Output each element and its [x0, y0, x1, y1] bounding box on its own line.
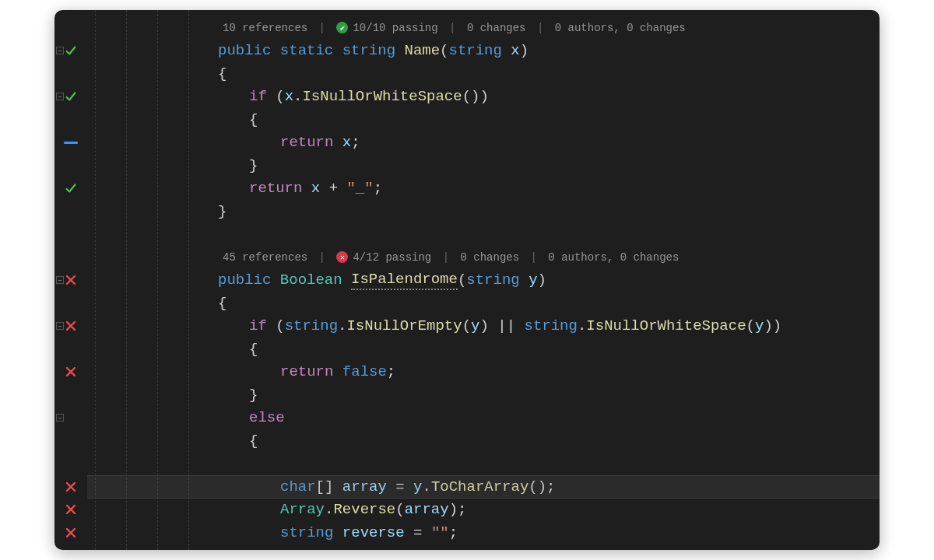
- test-fail-icon: [65, 527, 76, 538]
- keyword: else: [249, 409, 285, 426]
- gutter-line: [54, 521, 87, 544]
- codelens-tests[interactable]: 4/12 passing: [353, 251, 431, 264]
- separator: |: [443, 22, 462, 34]
- codelens-tests[interactable]: 10/10 passing: [353, 22, 437, 34]
- fold-icon[interactable]: [56, 322, 64, 330]
- code-area[interactable]: 10 references | ✔ 10/10 passing | 0 chan…: [87, 10, 880, 550]
- code-line[interactable]: public Boolean IsPalendrome(string y): [87, 269, 880, 292]
- test-fail-icon: ✕: [336, 251, 348, 263]
- method-name: IsNullOrWhiteSpace: [586, 317, 746, 334]
- fold-icon[interactable]: [56, 276, 64, 284]
- test-pass-icon: [64, 44, 78, 58]
- identifier: y: [413, 478, 422, 495]
- gutter-line: [54, 246, 87, 269]
- keyword: string: [342, 42, 395, 59]
- code-line[interactable]: string reverse = "";: [87, 521, 880, 544]
- codelens-authors[interactable]: 0 authors, 0 changes: [548, 251, 679, 264]
- code-line[interactable]: return x + "_";: [87, 177, 880, 201]
- keyword: string: [280, 524, 333, 541]
- code-line[interactable]: {: [87, 338, 880, 361]
- type-name: Boolean: [280, 271, 342, 289]
- separator: |: [312, 22, 332, 34]
- keyword: if: [249, 88, 267, 105]
- separator: |: [531, 22, 550, 34]
- keyword: if: [249, 317, 267, 334]
- code-line[interactable]: Array.Reverse(array);: [87, 499, 880, 522]
- code-line[interactable]: [87, 453, 880, 476]
- identifier: array: [405, 501, 449, 518]
- gutter-line: [54, 269, 87, 292]
- gutter-line: [54, 154, 87, 177]
- gutter: [54, 10, 87, 550]
- string-literal: "": [431, 524, 449, 541]
- test-pass-icon: [64, 181, 78, 195]
- gutter-line: [54, 40, 87, 63]
- gutter-line: [54, 475, 87, 499]
- method-name: IsPalendrome: [351, 271, 458, 290]
- param: x: [511, 42, 519, 59]
- test-pass-icon: ✔: [336, 22, 348, 33]
- codelens-changes[interactable]: 0 changes: [460, 251, 519, 264]
- keyword: string: [466, 271, 519, 289]
- fold-icon[interactable]: [56, 47, 64, 54]
- gutter-line: [54, 62, 87, 86]
- string-literal: "_": [346, 180, 373, 197]
- keyword: string: [525, 317, 578, 334]
- codelens-row[interactable]: 45 references | ✕ 4/12 passing | 0 chang…: [87, 246, 880, 269]
- coverage-bar-icon: [64, 142, 78, 144]
- fold-icon[interactable]: [56, 414, 64, 422]
- codelens-changes[interactable]: 0 changes: [467, 22, 526, 34]
- codelens-authors[interactable]: 0 authors, 0 changes: [555, 22, 686, 34]
- code-line[interactable]: public static string Name(string x): [87, 40, 880, 63]
- code-line-current[interactable]: char[] array = y.ToCharArray();: [87, 475, 880, 499]
- keyword: return: [280, 363, 333, 380]
- code-line[interactable]: [87, 223, 880, 247]
- gutter-line: [54, 407, 87, 430]
- test-fail-icon: [65, 504, 76, 515]
- identifier: x: [311, 180, 320, 197]
- gutter-line: [54, 292, 87, 315]
- code-line[interactable]: }: [87, 383, 880, 407]
- code-line[interactable]: return x;: [87, 131, 880, 155]
- code-line[interactable]: else: [87, 407, 880, 430]
- identifier: reverse: [342, 524, 405, 541]
- code-editor[interactable]: 10 references | ✔ 10/10 passing | 0 chan…: [54, 10, 880, 550]
- codelens-references[interactable]: 10 references: [223, 22, 307, 34]
- gutter-line: [54, 16, 87, 40]
- code-line[interactable]: if (string.IsNullOrEmpty(y) || string.Is…: [87, 315, 880, 338]
- gutter-line: [54, 131, 87, 155]
- identifier: y: [755, 317, 764, 334]
- test-fail-icon: [65, 275, 76, 285]
- keyword: char: [280, 478, 316, 495]
- keyword: string: [449, 42, 502, 59]
- gutter-line: [54, 86, 87, 109]
- code-line[interactable]: {: [87, 108, 880, 131]
- test-fail-icon: [65, 366, 76, 377]
- code-line[interactable]: if (x.IsNullOrWhiteSpace()): [87, 86, 880, 109]
- keyword: string: [285, 317, 338, 334]
- method-name: Name: [404, 42, 440, 59]
- keyword: return: [280, 134, 333, 151]
- method-name: IsNullOrWhiteSpace: [302, 88, 462, 105]
- gutter-line: [54, 177, 87, 201]
- identifier: y: [471, 317, 479, 334]
- code-line[interactable]: return false;: [87, 361, 880, 384]
- method-name: Reverse: [333, 501, 395, 518]
- code-line[interactable]: }: [87, 200, 880, 223]
- keyword: static: [280, 42, 333, 59]
- codelens-references[interactable]: 45 references: [223, 251, 307, 264]
- code-line[interactable]: {: [87, 429, 880, 453]
- keyword: return: [249, 180, 302, 197]
- code-line[interactable]: {: [87, 292, 880, 315]
- test-fail-icon: [65, 320, 76, 331]
- gutter-line: [54, 361, 87, 384]
- code-line[interactable]: {: [87, 62, 880, 86]
- gutter-line: [54, 453, 87, 476]
- code-line[interactable]: }: [87, 154, 880, 177]
- codelens-row[interactable]: 10 references | ✔ 10/10 passing | 0 chan…: [87, 16, 880, 40]
- gutter-line: [54, 429, 87, 453]
- fold-icon[interactable]: [56, 93, 64, 100]
- identifier: x: [342, 134, 351, 151]
- identifier: array: [342, 478, 387, 495]
- method-name: ToCharArray: [431, 478, 528, 495]
